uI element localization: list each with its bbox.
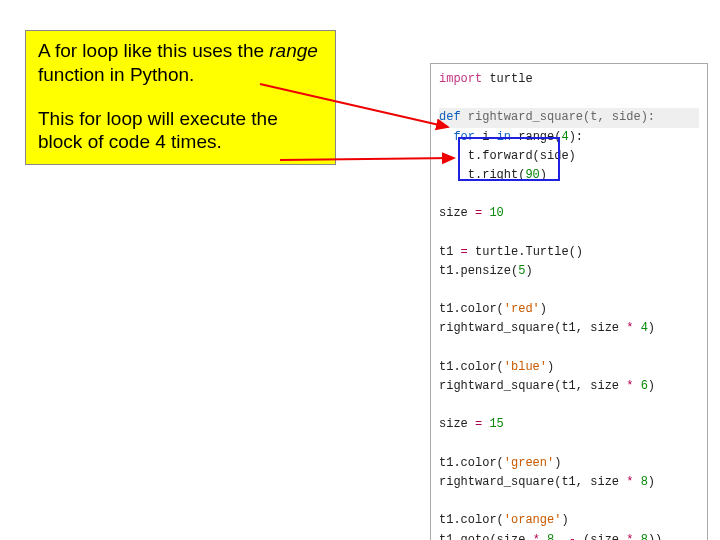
code-range-arg: 4 xyxy=(561,130,568,144)
callout-p1-a: A for loop like this uses the xyxy=(38,40,269,61)
code-pensize-a: t1.pensize( xyxy=(439,264,518,278)
code-color-blue-s: 'blue' xyxy=(504,360,547,374)
code-color-green-c: ) xyxy=(554,456,561,470)
code-color-red-s: 'red' xyxy=(504,302,540,316)
code-color-orange-c: ) xyxy=(561,513,568,527)
callout-paragraph-2: This for loop will execute the block of … xyxy=(38,107,323,155)
code-call4-n: 4 xyxy=(641,321,648,335)
code-t1-a: t1 xyxy=(439,245,461,259)
code-kw-import: import xyxy=(439,72,482,86)
code-call8-op: * xyxy=(626,475,640,489)
code-call6-op: * xyxy=(626,379,640,393)
code-call6-a: rightward_square(t1, size xyxy=(439,379,626,393)
code-goto-neg: - xyxy=(569,533,583,541)
code-module: turtle xyxy=(482,72,532,86)
code-goto-a: t1.goto(size xyxy=(439,533,533,541)
code-color-orange-s: 'orange' xyxy=(504,513,562,527)
callout-p1-b: function in Python. xyxy=(38,64,194,85)
code-color-blue-c: ) xyxy=(547,360,554,374)
callout-range-italic: range xyxy=(269,40,318,61)
code-call8-d: ) xyxy=(648,475,655,489)
code-color-green-a: t1.color( xyxy=(439,456,504,470)
code-call6-d: ) xyxy=(648,379,655,393)
code-call4-a: rightward_square(t1, size xyxy=(439,321,626,335)
loop-body-highlight xyxy=(458,137,560,181)
code-goto-n2: 8 xyxy=(641,533,648,541)
code-def-sig: rightward_square(t, side): xyxy=(468,110,655,124)
code-goto-i: )) xyxy=(648,533,662,541)
code-call6-n: 6 xyxy=(641,379,648,393)
code-kw-def: def xyxy=(439,110,468,124)
code-color-green-s: 'green' xyxy=(504,456,554,470)
callout-spacer xyxy=(38,87,323,107)
code-goto-op1: * xyxy=(533,533,547,541)
code-size-op: = xyxy=(475,206,489,220)
code-call8-a: rightward_square(t1, size xyxy=(439,475,626,489)
code-call8-n: 8 xyxy=(641,475,648,489)
code-range-end: ): xyxy=(569,130,583,144)
code-size2-op: = xyxy=(475,417,489,431)
explanation-callout: A for loop like this uses the range func… xyxy=(25,30,336,165)
code-color-red-c: ) xyxy=(540,302,547,316)
code-t1-op: = xyxy=(461,245,475,259)
code-color-orange-a: t1.color( xyxy=(439,513,504,527)
code-size2-val: 15 xyxy=(489,417,503,431)
code-size2-a: size xyxy=(439,417,475,431)
callout-paragraph-1: A for loop like this uses the range func… xyxy=(38,39,323,87)
code-size-val: 10 xyxy=(489,206,503,220)
code-color-blue-a: t1.color( xyxy=(439,360,504,374)
code-goto-d: , xyxy=(554,533,568,541)
code-call4-op: * xyxy=(626,321,640,335)
code-size-a: size xyxy=(439,206,475,220)
code-pensize-c: ) xyxy=(525,264,532,278)
code-t1-c: turtle.Turtle() xyxy=(475,245,583,259)
code-color-red-a: t1.color( xyxy=(439,302,504,316)
code-goto-f: (size xyxy=(583,533,626,541)
code-listing: import turtle def rightward_square(t, si… xyxy=(430,63,708,540)
code-call4-d: ) xyxy=(648,321,655,335)
code-goto-op2: * xyxy=(626,533,640,541)
